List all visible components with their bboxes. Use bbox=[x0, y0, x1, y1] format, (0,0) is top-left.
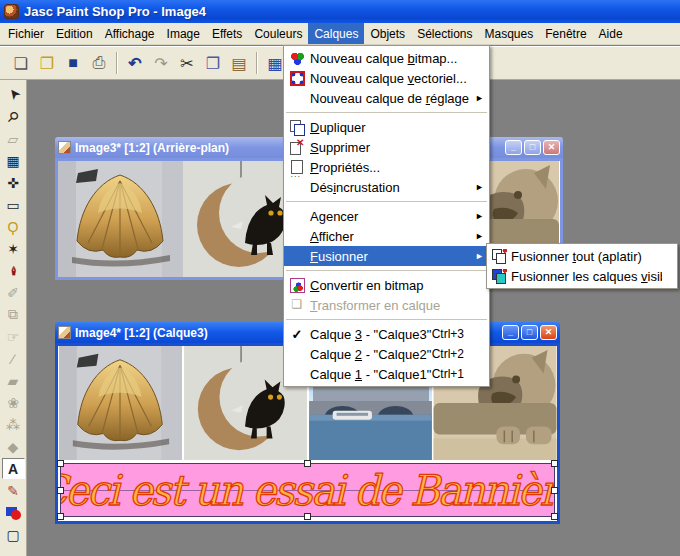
dropper-tool[interactable]: ✒ bbox=[3, 259, 24, 282]
draw-tool[interactable]: ✎ bbox=[2, 480, 25, 501]
clone-brush-tool[interactable]: ⧉ bbox=[2, 304, 25, 325]
toolbar-separator bbox=[256, 52, 258, 74]
magic-wand-tool[interactable]: ✶ bbox=[2, 238, 25, 259]
paste-icon[interactable]: ▤ bbox=[227, 51, 251, 75]
menu-item-label: Calque 3 - "Calque3" bbox=[310, 327, 432, 342]
preset-shapes-tool[interactable] bbox=[2, 502, 25, 523]
menubar-item-fenetre[interactable]: Fenêtre bbox=[539, 23, 592, 44]
flood-fill-tool[interactable]: ◆ bbox=[2, 436, 25, 457]
airbrush-tool[interactable]: ⁂ bbox=[2, 414, 25, 435]
menu-item-label: Convertir en bitmap bbox=[310, 278, 474, 293]
shape-circle-icon bbox=[11, 510, 21, 520]
menu-item-supprimer[interactable]: Supprimer bbox=[284, 137, 489, 157]
image-window-icon bbox=[58, 326, 71, 339]
menubar-item-aide[interactable]: Aide bbox=[593, 23, 629, 44]
print-icon[interactable]: ⎙ bbox=[87, 51, 111, 75]
selection-handle-ne[interactable] bbox=[551, 460, 558, 467]
selection-handle-s[interactable] bbox=[304, 513, 311, 520]
app-window: Jasc Paint Shop Pro - Image4 FichierEdit… bbox=[0, 0, 680, 556]
selection-handle-nw[interactable] bbox=[57, 460, 64, 467]
minimize-button[interactable]: _ bbox=[505, 140, 522, 155]
submenu-arrow-icon: ► bbox=[474, 231, 484, 241]
menubar-item-affichage[interactable]: Affichage bbox=[99, 23, 161, 44]
picture-tube-tool[interactable]: ❀ bbox=[2, 392, 25, 413]
menu-item-nouveau-calque-bitmap[interactable]: Nouveau calque bitmap... bbox=[284, 48, 489, 68]
redo-icon[interactable]: ↷ bbox=[149, 51, 173, 75]
photo-gold-shell bbox=[58, 161, 183, 277]
delete-layer-icon bbox=[284, 140, 310, 155]
menubar-item-calques[interactable]: Calques bbox=[308, 23, 364, 44]
submenu-arrow-icon: ► bbox=[474, 182, 484, 192]
promote-layer-icon bbox=[284, 298, 310, 313]
menu-item-proprietes[interactable]: Propriétés... bbox=[284, 157, 489, 177]
merge-visible-icon bbox=[492, 269, 507, 284]
paintbrush-tool[interactable]: ✐ bbox=[2, 282, 25, 303]
copy-icon[interactable]: ❐ bbox=[201, 51, 225, 75]
menubar-item-couleurs[interactable]: Couleurs bbox=[248, 23, 308, 44]
banner-layer: Ceci est un essai de Bannière bbox=[58, 461, 557, 521]
promote-layer-icon bbox=[290, 298, 305, 313]
selection-handle-w[interactable] bbox=[57, 487, 64, 494]
convert-bitmap-icon bbox=[284, 278, 310, 293]
menu-item-nouveau-calque-de-reglage[interactable]: Nouveau calque de réglage► bbox=[284, 88, 489, 108]
menu-item-calque-1[interactable]: Calque 1 - "Calque1"Ctrl+1 bbox=[284, 364, 489, 384]
menu-item-calque-2[interactable]: Calque 2 - "Calque2"Ctrl+2 bbox=[284, 344, 489, 364]
freehand-tool[interactable]: Ϙ bbox=[2, 216, 25, 237]
menu-item-convertir-en-bitmap[interactable]: Convertir en bitmap bbox=[284, 275, 489, 295]
selection-tool[interactable]: ▭ bbox=[2, 194, 25, 215]
undo-icon[interactable]: ↶ bbox=[123, 51, 147, 75]
cut-icon[interactable]: ✂ bbox=[175, 51, 199, 75]
menubar-item-edition[interactable]: Edition bbox=[50, 23, 99, 44]
close-button[interactable]: ✕ bbox=[540, 325, 557, 340]
vector-rect-icon bbox=[284, 71, 310, 86]
menu-item-calque-3[interactable]: ✓Calque 3 - "Calque3"Ctrl+3 bbox=[284, 324, 489, 344]
object-selector-tool[interactable]: ▢ bbox=[2, 524, 25, 545]
maximize-button[interactable]: □ bbox=[524, 140, 541, 155]
menu-item-label: Fusionner bbox=[310, 249, 474, 264]
selection-handle-n[interactable] bbox=[304, 460, 311, 467]
minimize-button[interactable]: _ bbox=[502, 325, 519, 340]
submenu-item-fusionner-calques-visibles[interactable]: Fusionner les calques visibles bbox=[487, 266, 677, 286]
menu-item-label: Fusionner tout (aplatir) bbox=[511, 249, 662, 264]
app-icon bbox=[4, 4, 19, 19]
menu-item-label: Nouveau calque de réglage bbox=[310, 91, 474, 106]
banner-selection[interactable]: Ceci est un essai de Bannière bbox=[60, 463, 555, 517]
menubar-item-fichier[interactable]: Fichier bbox=[2, 23, 50, 44]
text-tool[interactable]: A bbox=[2, 458, 25, 479]
menu-item-fusionner[interactable]: Fusionner► bbox=[284, 246, 489, 266]
menu-item-dupliquer[interactable]: Dupliquer bbox=[284, 117, 489, 137]
menu-item-desincrustation[interactable]: Désincrustation► bbox=[284, 177, 489, 197]
menu-item-shortcut: Ctrl+3 bbox=[432, 327, 464, 341]
move-tool[interactable]: ✜ bbox=[2, 172, 25, 193]
menu-item-label: Afficher bbox=[310, 229, 474, 244]
banner-text[interactable]: Ceci est un essai de Bannière bbox=[60, 466, 555, 514]
tool-palette: ➤⚲▱▦✜▭Ϙ✶✒✐⧉☞∕▰❀⁂◆A✎▢ bbox=[0, 80, 27, 556]
selection-handle-se[interactable] bbox=[551, 513, 558, 520]
menu-item-transformer-en-calque[interactable]: Transformer en calque bbox=[284, 295, 489, 315]
new-file-icon[interactable]: ❏ bbox=[9, 51, 33, 75]
save-icon[interactable]: ■ bbox=[61, 51, 85, 75]
calques-dropdown-menu: Nouveau calque bitmap...Nouveau calque v… bbox=[283, 45, 490, 387]
menubar-item-objets[interactable]: Objets bbox=[364, 23, 411, 44]
menubar-item-effets[interactable]: Effets bbox=[206, 23, 248, 44]
menubar-item-masques[interactable]: Masques bbox=[479, 23, 540, 44]
menu-item-agencer[interactable]: Agencer► bbox=[284, 206, 489, 226]
menubar-item-image[interactable]: Image bbox=[161, 23, 206, 44]
selection-handle-e[interactable] bbox=[551, 487, 558, 494]
close-button[interactable]: ✕ bbox=[543, 140, 560, 155]
maximize-button[interactable]: □ bbox=[521, 325, 538, 340]
rgb-dots-icon bbox=[284, 51, 310, 66]
menu-item-afficher[interactable]: Afficher► bbox=[284, 226, 489, 246]
menubar-item-selections[interactable]: Sélections bbox=[411, 23, 478, 44]
scratch-remover-tool[interactable]: ∕ bbox=[2, 348, 25, 369]
crop-tool[interactable]: ▦ bbox=[2, 150, 25, 171]
menu-item-label: Fusionner les calques visibles bbox=[511, 269, 662, 284]
submenu-item-fusionner-tout[interactable]: Fusionner tout (aplatir) bbox=[487, 246, 677, 266]
selection-handle-sw[interactable] bbox=[57, 513, 64, 520]
retouch-tool[interactable]: ☞ bbox=[2, 326, 25, 347]
open-file-icon[interactable]: ❐ bbox=[35, 51, 59, 75]
eraser-tool[interactable]: ▰ bbox=[2, 370, 25, 391]
merge-flatten-icon bbox=[492, 249, 507, 264]
submenu-arrow-icon: ► bbox=[474, 211, 484, 221]
menu-item-nouveau-calque-vectoriel[interactable]: Nouveau calque vectoriel... bbox=[284, 68, 489, 88]
